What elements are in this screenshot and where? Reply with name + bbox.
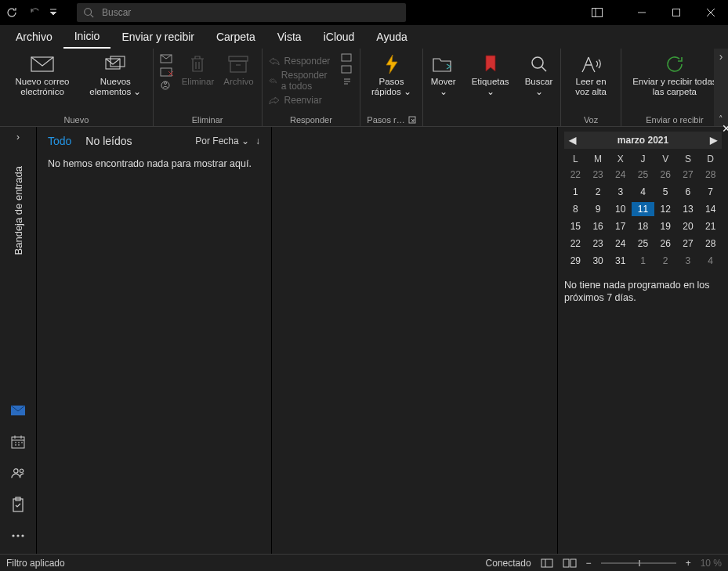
send-receive-all-button[interactable]: Enviar y recibir todas las carpeta — [625, 52, 725, 97]
calendar-day[interactable]: 3 — [677, 254, 700, 268]
calendar-day[interactable]: 4 — [632, 185, 654, 199]
calendar-day[interactable]: 22 — [564, 168, 587, 182]
calendar-day[interactable]: 7 — [699, 185, 722, 199]
reply-button[interactable]: Responder — [266, 55, 335, 67]
archive-button[interactable]: Archivo — [219, 52, 258, 87]
undo-icon[interactable] — [24, 0, 47, 25]
calendar-day[interactable]: 28 — [699, 168, 722, 182]
tab-home[interactable]: Inicio — [63, 25, 111, 49]
calendar-day[interactable]: 13 — [677, 202, 700, 216]
calendar-day[interactable]: 8 — [564, 202, 587, 216]
calendar-day[interactable]: 30 — [587, 254, 610, 268]
calendar-day[interactable]: 2 — [654, 254, 677, 268]
calendar-day[interactable]: 27 — [677, 168, 700, 182]
mail-module-icon[interactable] — [11, 403, 25, 417]
calendar-day[interactable]: 25 — [632, 237, 654, 251]
calendar-day[interactable]: 17 — [609, 219, 632, 233]
read-aloud-label: Leer en voz alta — [569, 77, 612, 97]
tab-send-receive[interactable]: Enviar y recibir — [110, 25, 205, 49]
delete-mini-stack[interactable] — [157, 52, 177, 91]
people-module-icon[interactable] — [11, 466, 25, 480]
tab-view[interactable]: Vista — [266, 25, 313, 49]
next-month-icon[interactable]: ▶ — [710, 135, 717, 146]
svg-rect-25 — [541, 559, 552, 567]
calendar-day[interactable]: 23 — [587, 237, 610, 251]
calendar-day[interactable]: 23 — [587, 168, 610, 182]
tab-file[interactable]: Archivo — [5, 25, 63, 49]
calendar-day[interactable]: 5 — [654, 185, 677, 199]
calendar-day[interactable]: 4 — [699, 254, 722, 268]
expand-nav-icon[interactable]: › — [16, 132, 20, 143]
qat-dropdown-icon[interactable] — [47, 0, 60, 25]
ribbon-scroll-icon[interactable] — [719, 50, 723, 63]
inbox-folder[interactable]: Bandeja de entrada — [9, 163, 27, 258]
calendar-day[interactable]: 15 — [564, 219, 587, 233]
calendar-day[interactable]: 3 — [609, 185, 632, 199]
close-button[interactable] — [694, 0, 728, 25]
close-peek-icon[interactable]: ✕ — [722, 122, 728, 135]
calendar-day[interactable]: 18 — [632, 219, 654, 233]
search-box[interactable]: Buscar — [77, 3, 406, 22]
calendar-day[interactable]: 19 — [654, 219, 677, 233]
calendar-day[interactable]: 24 — [609, 168, 632, 182]
calendar-day[interactable]: 6 — [677, 185, 700, 199]
calendar-day[interactable]: 26 — [654, 237, 677, 251]
filter-unread[interactable]: No leídos — [85, 135, 132, 147]
minimize-button[interactable] — [625, 0, 659, 25]
calendar-day[interactable]: 20 — [677, 219, 700, 233]
calendar-day[interactable]: 2 — [587, 185, 610, 199]
calendar-day[interactable]: 21 — [699, 219, 722, 233]
sort-direction-icon[interactable]: ↓ — [255, 136, 260, 146]
find-button[interactable]: Buscar⌄ — [520, 52, 558, 97]
view-normal-icon[interactable] — [541, 558, 553, 568]
calendar-day[interactable]: 1 — [564, 185, 587, 199]
forward-button[interactable]: Reenviar — [266, 94, 335, 107]
tasks-module-icon[interactable] — [11, 497, 25, 511]
view-reading-icon[interactable] — [563, 558, 577, 568]
zoom-out-icon[interactable]: − — [586, 558, 592, 569]
respond-more[interactable] — [338, 52, 357, 86]
sort-button[interactable]: Por Fecha ⌄ — [195, 136, 249, 146]
window-mode-icon[interactable] — [585, 0, 609, 25]
more-modules-icon[interactable] — [11, 529, 25, 543]
calendar-day[interactable]: 25 — [632, 168, 654, 182]
calendar-day[interactable]: 10 — [609, 202, 632, 216]
calendar-day[interactable]: 11 — [632, 202, 654, 216]
new-email-button[interactable]: Nuevo correo electrónico — [3, 52, 81, 97]
tab-folder[interactable]: Carpeta — [205, 25, 266, 49]
calendar-day[interactable]: 29 — [564, 254, 587, 268]
svg-point-24 — [21, 534, 24, 537]
calendar-day[interactable]: 31 — [609, 254, 632, 268]
calendar-day[interactable]: 22 — [564, 237, 587, 251]
read-aloud-button[interactable]: Leer en voz alta — [564, 52, 617, 97]
reply-all-button[interactable]: Responder a todos — [266, 69, 335, 92]
calendar-day[interactable]: 16 — [587, 219, 610, 233]
calendar-day[interactable]: 24 — [609, 237, 632, 251]
prev-month-icon[interactable]: ◀ — [569, 135, 576, 146]
move-button[interactable]: Mover⌄ — [426, 52, 461, 97]
maximize-button[interactable] — [659, 0, 694, 25]
delete-button[interactable]: Eliminar — [177, 52, 219, 87]
calendar-day[interactable]: 12 — [654, 202, 677, 216]
zoom-in-icon[interactable]: + — [686, 558, 691, 569]
calendar-grid[interactable]: LMXJVSD222324252627281234567891011121314… — [564, 154, 722, 268]
svg-rect-12 — [342, 54, 351, 61]
calendar-day[interactable]: 1 — [632, 254, 654, 268]
calendar-day[interactable]: 27 — [677, 237, 700, 251]
tab-help[interactable]: Ayuda — [365, 25, 418, 49]
sync-icon[interactable] — [0, 0, 24, 25]
calendar-day[interactable]: 9 — [587, 202, 610, 216]
calendar-day[interactable]: 28 — [699, 237, 722, 251]
calendar-day[interactable]: 14 — [699, 202, 722, 216]
new-items-button[interactable]: Nuevos elementos ⌄ — [81, 52, 150, 97]
tags-button[interactable]: Etiquetas⌄ — [467, 52, 514, 97]
calendar-module-icon[interactable] — [11, 435, 25, 449]
calendar-day[interactable]: 26 — [654, 168, 677, 182]
filter-all[interactable]: Todo — [48, 135, 71, 147]
zoom-slider[interactable] — [601, 562, 676, 564]
group-sendrec-label: Enviar o recibir — [646, 115, 703, 126]
quick-steps-button[interactable]: Pasos rápidos ⌄ — [364, 52, 418, 97]
dialog-launcher-icon[interactable] — [408, 116, 416, 124]
tab-icloud[interactable]: iCloud — [313, 25, 366, 49]
calendar-dow: X — [609, 154, 632, 164]
